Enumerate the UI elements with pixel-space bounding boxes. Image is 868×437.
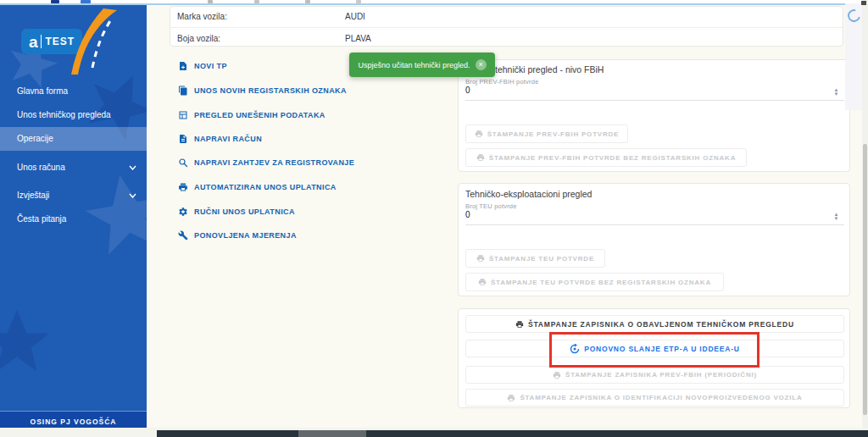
scrollbar-top-button[interactable] xyxy=(861,1,866,5)
link-napravi-zahtjev-za-registrovanje[interactable]: NAPRAVI ZAHTJEV ZA REGISTROVANJE xyxy=(178,158,354,168)
link-label: NAPRAVI RAČUN xyxy=(194,135,262,143)
prev-fbih-panel: tehnički pregled - nivo FBiH Broj PREV-F… xyxy=(458,59,850,172)
link-label: AUTOMATIZIRAN UNOS UPLATNICA xyxy=(194,183,337,191)
station-footer[interactable]: OSING PJ VOGOŠĆA xyxy=(0,411,147,428)
button-label: ŠTAMPANJE PREV-FBIH POTVRDE BEZ REGISTAR… xyxy=(489,154,736,162)
stampanje-teu-potvrde-button[interactable]: ŠTAMPANJE TEU POTVRDE xyxy=(465,249,605,268)
vehicle-value: PLAVA xyxy=(345,34,371,43)
doc-add-icon xyxy=(178,61,188,71)
link-unos-novih-registarskih-oznaka[interactable]: UNOS NOVIH REGISTARSKIH OZNAKA xyxy=(178,86,347,96)
button-label: ŠTAMPANJE PREV-FBIH POTVRDE xyxy=(487,130,620,138)
stepper-down-icon[interactable]: ▼ xyxy=(834,217,839,220)
stampanje-zapisnika-tehnicki-pregled-button[interactable]: ŠTAMPANJE ZAPISNIKA O OBAVLJENOM TEHNIČK… xyxy=(465,315,844,333)
sidebar-item-label: Izvještaji xyxy=(17,191,49,200)
printer-icon xyxy=(475,130,483,138)
stampanje-prev-potvrde-button[interactable]: ŠTAMPANJE PREV-FBIH POTVRDE xyxy=(465,124,628,143)
gear-icon xyxy=(178,207,188,217)
sidebar-item-cesta-pitanja[interactable]: Česta pitanja xyxy=(0,207,147,231)
taskbar-item xyxy=(298,430,366,437)
vehicle-info-card: Marka vozila: AUDI Boja vozila: PLAVA xyxy=(170,6,843,47)
printer-icon xyxy=(476,254,485,263)
search-icon xyxy=(178,158,188,168)
copy-icon xyxy=(178,86,188,96)
printer-icon xyxy=(507,394,515,402)
table-icon xyxy=(178,110,188,120)
stampanje-teu-potvrde-bez-oznaka-button[interactable]: ŠTAMPANJE TEU POTVRDE BEZ REGISTARSKIH O… xyxy=(465,273,724,291)
button-label: ŠTAMPANJE ZAPISNIKA O IDENTIFIKACIJI NOV… xyxy=(520,394,802,401)
printer-icon xyxy=(476,153,485,162)
success-toast: Uspješno učitan tehnički pregled. × xyxy=(349,53,495,77)
vehicle-value: AUDI xyxy=(345,12,365,21)
link-label: NOVI TP xyxy=(194,62,227,70)
stampanje-zapisnika-prev-fbih-button[interactable]: ŠTAMPANJE ZAPISNIKA PREV-FBIH (PERIODIČN… xyxy=(465,366,844,384)
sidebar-item-glavna-forma[interactable]: Glavna forma xyxy=(0,80,147,103)
input-underline xyxy=(465,100,844,101)
printer-icon xyxy=(515,320,524,329)
stampanje-zapisnika-identifikacija-button[interactable]: ŠTAMPANJE ZAPISNIKA O IDENTIFIKACIJI NOV… xyxy=(465,389,844,407)
sidebar-item-label: Glavna forma xyxy=(17,86,68,96)
sidebar-item-operacije[interactable]: Operacije xyxy=(0,127,147,151)
button-label: ŠTAMPANJE ZAPISNIKA PREV-FBIH (PERIODIČN… xyxy=(565,371,757,379)
link-label: PONOVLJENA MJERENJA xyxy=(194,231,297,240)
scrollbar-thumb[interactable] xyxy=(863,144,867,415)
logo-divider xyxy=(41,35,42,48)
teu-certificate-input[interactable] xyxy=(465,210,821,219)
number-stepper[interactable]: ▲▼ xyxy=(832,86,841,97)
vehicle-row-marka: Marka vozila: AUDI xyxy=(170,7,843,26)
number-stepper[interactable]: ▲▼ xyxy=(832,210,841,222)
teu-panel: Tehničko-eksploatacioni pregled Broj TEU… xyxy=(458,183,850,296)
printer-icon xyxy=(178,182,188,192)
sidebar-item-label: Unos računa xyxy=(17,163,65,172)
printer-icon xyxy=(553,371,561,379)
stampanje-prev-potvrde-bez-oznaka-button[interactable]: ŠTAMPANJE PREV-FBIH POTVRDE BEZ REGISTAR… xyxy=(465,148,747,167)
link-label: PREGLED UNEŠENIH PODATAKA xyxy=(194,111,326,119)
stepper-up-icon[interactable]: ▲ xyxy=(834,88,839,91)
printer-icon xyxy=(478,278,487,286)
document-icon xyxy=(178,134,188,144)
button-label: ŠTAMPANJE TEU POTVRDE BEZ REGISTARSKIH O… xyxy=(491,279,711,286)
teu-field-label: Broj TEU potvrde xyxy=(465,202,517,210)
road-icon xyxy=(71,8,124,76)
chevron-down-icon xyxy=(129,193,136,198)
link-label: NAPRAVI ZAHTJEV ZA REGISTROVANJE xyxy=(194,158,354,167)
chevron-down-icon xyxy=(129,165,136,170)
prev-panel-title: tehnički pregled - nivo FBiH xyxy=(495,64,604,75)
link-ponovljena-mjerenja[interactable]: PONOVLJENA MJERENJA xyxy=(178,230,297,241)
button-label: ŠTAMPANJE ZAPISNIKA O OBAVLJENOM TEHNIČK… xyxy=(528,320,794,329)
teu-panel-title: Tehničko-eksploatacioni pregled xyxy=(465,189,592,199)
vehicle-label: Boja vozila: xyxy=(177,34,345,43)
input-underline xyxy=(465,224,844,225)
link-automatiziran-unos-uplatnica[interactable]: AUTOMATIZIRAN UNOS UPLATNICA xyxy=(178,182,337,192)
toast-message: Uspješno učitan tehnički pregled. xyxy=(358,61,470,69)
wrench-icon xyxy=(178,230,188,241)
stepper-up-icon[interactable]: ▲ xyxy=(834,213,839,216)
sidebar-item-unos-tehnickog-pregleda[interactable]: Unos tehničkog pregleda xyxy=(0,103,147,127)
link-rucni-unos-uplatnica[interactable]: RUČNI UNOS UPLATNICA xyxy=(178,207,295,217)
sidebar-item-unos-racuna[interactable]: Unos računa xyxy=(0,156,147,180)
sidebar-item-izvjestaji[interactable]: Izvještaji xyxy=(0,184,147,207)
stepper-down-icon[interactable]: ▼ xyxy=(834,92,839,96)
link-napravi-racun[interactable]: NAPRAVI RAČUN xyxy=(178,134,262,144)
toast-close-icon[interactable]: × xyxy=(476,59,487,70)
link-novi-tp[interactable]: NOVI TP xyxy=(178,61,227,71)
prev-certificate-input[interactable] xyxy=(465,86,821,95)
sidebar-item-label: Česta pitanja xyxy=(17,214,66,224)
button-label: ŠTAMPANJE TEU POTVRDE xyxy=(489,255,594,263)
logo-name: TEST xyxy=(45,36,75,47)
vehicle-label: Marka vozila: xyxy=(177,12,345,21)
vehicle-row-boja: Boja vozila: PLAVA xyxy=(170,27,843,48)
taskbar-strip xyxy=(157,430,868,437)
logo-letter: a xyxy=(29,34,38,50)
sidebar: a TEST Glavna forma Unos tehničkog pregl… xyxy=(0,5,147,428)
sidebar-item-label: Unos tehničkog pregleda xyxy=(17,110,111,119)
prev-field-label: Broj PREV-FBIH potvrde xyxy=(465,78,539,86)
app-screen: a TEST Glavna forma Unos tehničkog pregl… xyxy=(0,0,868,437)
link-label: RUČNI UNOS UPLATNICA xyxy=(194,207,295,216)
link-label: UNOS NOVIH REGISTARSKIH OZNAKA xyxy=(194,86,347,95)
annotation-highlight-box xyxy=(549,332,760,368)
link-pregled-unesenih-podataka[interactable]: PREGLED UNEŠENIH PODATAKA xyxy=(178,110,326,120)
sidebar-item-label: Operacije xyxy=(17,134,53,143)
